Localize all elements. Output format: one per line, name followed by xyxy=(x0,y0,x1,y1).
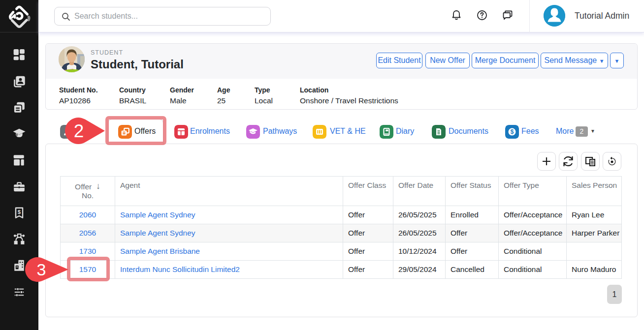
svg-text:$: $ xyxy=(18,209,21,215)
svg-text:$: $ xyxy=(511,128,514,135)
